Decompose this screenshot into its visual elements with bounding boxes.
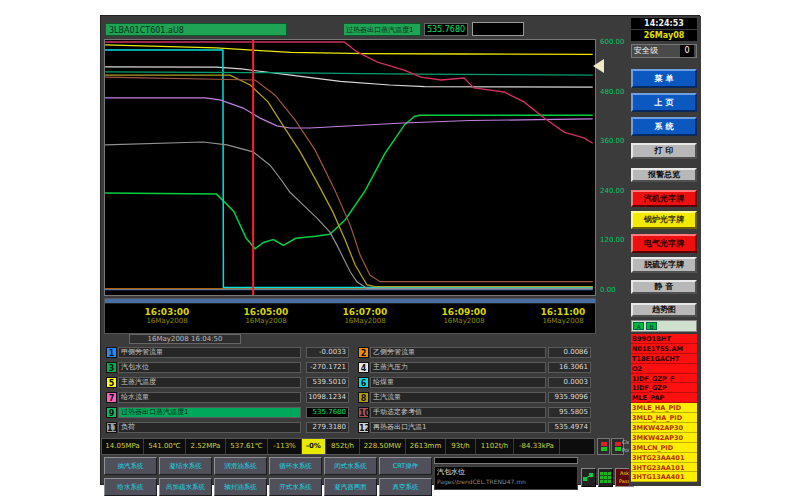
- status-value: 541.00℃: [144, 439, 186, 454]
- sidebar-button-6[interactable]: 汽机光字牌: [631, 190, 697, 207]
- pen-value: 539.5010: [306, 377, 349, 388]
- nav-button-7[interactable]: 给水系统: [104, 478, 157, 496]
- pen-number-chip: 5: [106, 377, 117, 388]
- trend-line-3: [105, 67, 593, 87]
- green-dot-icon: [615, 447, 621, 451]
- x-tick: 16:07:0016May2008: [330, 307, 400, 325]
- alarm-item[interactable]: 1IDF_GZP: [631, 383, 697, 393]
- pen-number-chip: 10: [358, 407, 369, 418]
- alarm-item[interactable]: 3MKW42AP30: [631, 433, 697, 443]
- time-scrollbar[interactable]: [105, 299, 595, 304]
- sidebar-button-9[interactable]: 脱硫光字牌: [631, 257, 697, 273]
- signal-name-box[interactable]: 过热器出口蒸汽温度1: [343, 23, 421, 36]
- status-value: 93t/h: [446, 439, 476, 454]
- sidebar-button-2[interactable]: 上 页: [631, 93, 697, 112]
- y-tick-label: 480.00: [600, 88, 625, 96]
- grid-view-button[interactable]: [598, 468, 613, 487]
- pen-label[interactable]: 手动选定参考值: [370, 407, 546, 418]
- system-nav-grid: 抽汽系统凝结水系统润滑油系统循环水系统闭式水系统CRT操作给水系统高加疏水系统轴…: [104, 457, 432, 497]
- sidebar-button-11[interactable]: 趋势图: [631, 303, 697, 317]
- nav-button-10[interactable]: 开式水系统: [269, 478, 322, 496]
- alarm-item[interactable]: 3HTG13AA401: [631, 472, 697, 482]
- pen-label[interactable]: 负荷: [118, 422, 301, 433]
- status-value: 14.05MPa: [102, 439, 144, 454]
- alarm-item[interactable]: 1IDF_GZP_F: [631, 374, 697, 384]
- alarm-item[interactable]: 3MLCN_PID: [631, 443, 697, 453]
- nav-button-11[interactable]: 凝汽器画面: [324, 478, 377, 496]
- security-level-box: 安全级 0: [631, 44, 697, 58]
- alarm-item[interactable]: T18E1GACHT: [631, 354, 697, 364]
- pen-value: 935.9096: [548, 392, 591, 403]
- scale-marker-icon[interactable]: [593, 59, 604, 73]
- status-value: 1102t/h: [476, 439, 514, 454]
- pen-label[interactable]: 给水流量: [118, 392, 301, 403]
- sidebar-button-10[interactable]: 静 音: [631, 280, 697, 294]
- pen-number-chip: 2: [358, 347, 369, 358]
- pen-number-chip: 4: [358, 362, 369, 373]
- trend-line-2: [105, 115, 593, 249]
- dcs-trend-screen: 3LBA01CT601.aU8 过热器出口蒸汽温度1 535.7680 600.…: [100, 15, 700, 485]
- alarm-ack-button[interactable]: A: [633, 322, 644, 330]
- plant-status-bar: 14.05MPa541.00℃2.52MPa537.61℃-113%-0%852…: [101, 438, 595, 455]
- nav-button-4[interactable]: 循环水系统: [269, 457, 322, 475]
- grid-icon: [600, 472, 611, 483]
- pen-value: 95.5805: [548, 407, 591, 418]
- alarm-item[interactable]: MLE_PAP: [631, 393, 697, 403]
- pen-label[interactable]: 汽包水位: [118, 362, 301, 373]
- alarm-item[interactable]: 3MKW42AP30: [631, 423, 697, 433]
- sidebar-button-8[interactable]: 电气光字牌: [631, 234, 697, 253]
- pen-label[interactable]: 主蒸汽压力: [370, 362, 546, 373]
- sidebar-button-4[interactable]: 打 印: [631, 143, 697, 159]
- sidebar-button-3[interactable]: 系 统: [631, 117, 697, 136]
- trend-chart[interactable]: [104, 39, 596, 296]
- alarm-ack-button[interactable]: B: [646, 322, 657, 330]
- alarm-item[interactable]: B99O1BHT: [631, 334, 697, 344]
- alarm-item[interactable]: 3MLD_HA_PID: [631, 413, 697, 423]
- alarm-ack-strip: AB: [631, 320, 697, 332]
- pen-label[interactable]: 主汽流量: [370, 392, 546, 403]
- pen-number-chip: 7: [106, 392, 117, 403]
- x-tick-date: 16May2008: [429, 317, 499, 325]
- pen-label[interactable]: 主蒸汽温度: [118, 377, 301, 388]
- alarm-item[interactable]: O2: [631, 364, 697, 374]
- clock-date: 26May08: [631, 30, 697, 41]
- pen-value: 0.0086: [548, 347, 591, 358]
- nav-button-3[interactable]: 润滑油系统: [214, 457, 267, 475]
- status-value: 2613mm: [406, 439, 446, 454]
- pen-label[interactable]: 过热器出口蒸汽温度1: [118, 407, 301, 418]
- message-line-path: Pages\trendCEL.TREND47.mn: [437, 477, 575, 486]
- aux-readout-box[interactable]: [472, 22, 524, 36]
- message-entry-bar[interactable]: [434, 457, 578, 464]
- nav-button-9[interactable]: 轴封油系统: [214, 478, 267, 496]
- status-value: 2.52MPa: [186, 439, 226, 454]
- nav-button-8[interactable]: 高加疏水系统: [159, 478, 212, 496]
- pen-indicator-1[interactable]: [597, 438, 610, 455]
- alarm-item[interactable]: 3HTG23AA101: [631, 463, 697, 473]
- nav-button-12[interactable]: 真空系统: [379, 478, 432, 496]
- x-tick-date: 16May2008: [528, 317, 598, 325]
- sidebar-button-1[interactable]: 菜 单: [631, 69, 697, 88]
- status-value: -113%: [268, 439, 302, 454]
- pen-number-chip: 1: [106, 347, 117, 358]
- y-axis-scale: 600.00480.00360.00240.00120.000.00: [597, 39, 627, 296]
- x-tick: 16:09:0016May2008: [429, 307, 499, 325]
- nav-button-2[interactable]: 凝结水系统: [159, 457, 212, 475]
- pen-label[interactable]: 乙侧旁管流量: [370, 347, 546, 358]
- red-dot-icon: [615, 442, 621, 446]
- nav-button-5[interactable]: 闭式水系统: [324, 457, 377, 475]
- network-link-button[interactable]: [581, 468, 596, 487]
- pen-label[interactable]: 甲侧旁管流量: [118, 347, 301, 358]
- nav-button-6[interactable]: CRT操作: [379, 457, 432, 475]
- pen-value: -270.1721: [306, 362, 349, 373]
- nav-button-1[interactable]: 抽汽系统: [104, 457, 157, 475]
- signal-tag-box[interactable]: 3LBA01CT601.aU8: [105, 23, 287, 36]
- x-tick-time: 16:09:00: [429, 307, 499, 317]
- alarm-item[interactable]: 3MLE_HA_PID: [631, 403, 697, 413]
- security-label: 安全级: [634, 45, 658, 57]
- pen-label[interactable]: 再热器出口汽温1: [370, 422, 546, 433]
- sidebar-button-7[interactable]: 锅炉光字牌: [631, 211, 697, 229]
- alarm-item[interactable]: N01E1TSS.AM: [631, 344, 697, 354]
- sidebar-button-5[interactable]: 报警总览: [631, 168, 697, 182]
- alarm-item[interactable]: 3HTG23AA401: [631, 453, 697, 463]
- pen-label[interactable]: 给煤量: [370, 377, 546, 388]
